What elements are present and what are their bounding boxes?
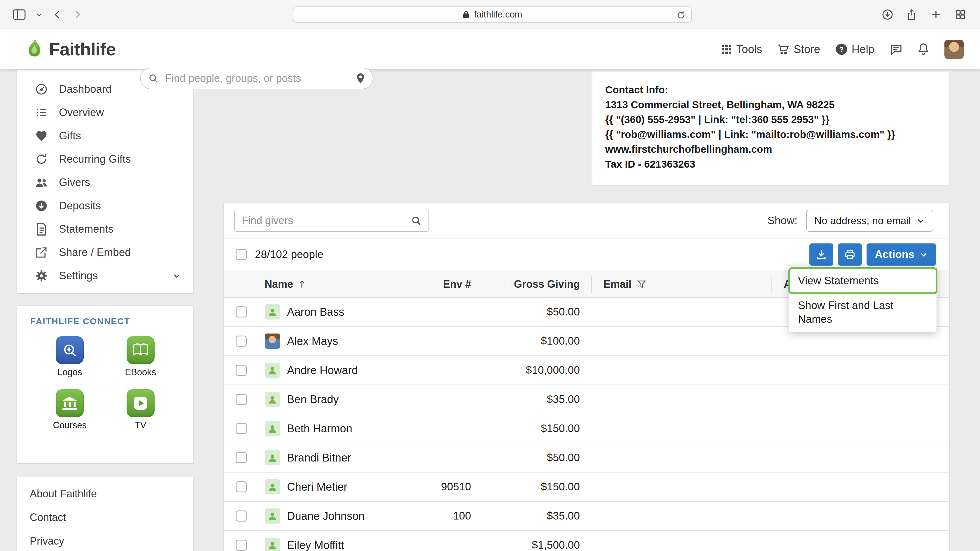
row-checkbox[interactable] (235, 423, 247, 434)
gross-giving: $1,500.00 (504, 531, 591, 551)
sidebar-item-settings[interactable]: Settings (17, 264, 193, 287)
app-ebooks[interactable]: EBooks (125, 336, 156, 378)
search-icon (411, 216, 422, 226)
address-cell (772, 356, 950, 384)
actions-label: Actions (875, 248, 915, 260)
tools-menu[interactable]: Tools (721, 43, 762, 56)
email-cell (591, 298, 772, 326)
gross-giving: $150.00 (504, 473, 591, 501)
find-givers-input[interactable] (242, 214, 411, 227)
email-cell (591, 385, 772, 414)
app-tv[interactable]: TV (127, 389, 154, 430)
giver-name[interactable]: Brandi Bitner (287, 452, 351, 464)
print-button[interactable] (838, 243, 862, 265)
table-row[interactable]: Eiley Moffitt $1,500.00 (224, 531, 950, 551)
row-checkbox[interactable] (235, 510, 247, 522)
sidebar-item-label: Dashboard (59, 83, 112, 95)
giver-avatar (265, 304, 280, 319)
giver-name[interactable]: Ben Brady (287, 393, 339, 406)
filter-icon[interactable] (637, 280, 646, 288)
menu-item-label: View Statements (798, 275, 879, 287)
row-checkbox[interactable] (235, 540, 247, 551)
actions-button[interactable]: Actions (867, 243, 936, 265)
giver-name[interactable]: Aaron Bass (287, 306, 344, 318)
row-checkbox[interactable] (235, 365, 247, 376)
column-email[interactable]: Email (591, 276, 772, 293)
gross-giving: $150.00 (504, 414, 591, 443)
address-bar[interactable]: faithlife.com (293, 6, 692, 23)
search-icon (148, 73, 159, 84)
address-cell (772, 531, 950, 551)
forward-icon[interactable] (72, 9, 82, 21)
share-icon[interactable] (907, 8, 917, 21)
table-row[interactable]: Cheri Metier 90510 $150.00 (224, 473, 950, 502)
sidebar-item-givers[interactable]: Givers (17, 171, 193, 194)
env-number (432, 414, 504, 443)
app-label: Courses (53, 420, 87, 430)
dashboard-gauge-icon (35, 83, 48, 95)
row-checkbox[interactable] (235, 452, 247, 463)
select-all-checkbox[interactable] (235, 249, 247, 260)
giver-avatar (265, 333, 280, 349)
column-gross-giving[interactable]: Gross Giving (504, 276, 591, 293)
row-checkbox[interactable] (235, 335, 247, 347)
gear-icon (35, 270, 48, 282)
sidebar-item-overview[interactable]: Overview (17, 101, 193, 124)
people-icon (35, 177, 48, 188)
app-courses[interactable]: Courses (53, 389, 87, 430)
sidebar-toggle-icon[interactable] (13, 10, 25, 20)
sidebar-item-deposits[interactable]: Deposits (17, 194, 193, 218)
giver-name[interactable]: Andre Howard (287, 364, 358, 377)
giver-name[interactable]: Beth Harmon (287, 422, 352, 435)
column-name[interactable]: Name (224, 276, 432, 293)
store-menu[interactable]: Store (777, 43, 820, 56)
table-row[interactable]: Andre Howard $10,000.00 (224, 356, 950, 385)
giver-name[interactable]: Cheri Metier (287, 481, 347, 493)
app-label: Logos (57, 367, 82, 378)
menu-item-view-statements[interactable]: View Statements (789, 268, 937, 294)
tools-grid-icon (721, 44, 732, 55)
messages-icon[interactable] (889, 43, 902, 56)
downloads-icon[interactable] (882, 9, 893, 21)
giver-name[interactable]: Eiley Moffitt (287, 539, 344, 551)
user-avatar[interactable] (944, 40, 964, 59)
chevron-down-icon (916, 216, 925, 225)
refresh-icon[interactable] (676, 10, 686, 21)
table-row[interactable]: Ben Brady $35.00 (224, 385, 950, 414)
sidebar-item-share-embed[interactable]: Share / Embed (17, 241, 193, 264)
row-checkbox[interactable] (235, 306, 247, 318)
faithlife-logo[interactable]: Faithlife (22, 37, 116, 61)
sidebar-item-recurring-gifts[interactable]: Recurring Gifts (17, 148, 193, 171)
svg-text:?: ? (839, 46, 843, 53)
download-button[interactable] (810, 243, 833, 265)
menu-item-show-first-last-names[interactable]: Show First and Last Names (789, 294, 937, 329)
tab-overview-icon[interactable] (955, 9, 966, 20)
table-row[interactable]: Duane Johnson 100 $35.00 (224, 502, 950, 531)
link-contact[interactable]: Contact (17, 505, 193, 529)
row-checkbox[interactable] (235, 394, 247, 405)
back-icon[interactable] (52, 9, 62, 21)
giver-avatar (265, 392, 280, 407)
sidebar-nav: Dashboard Overview Gifts Recurring Gifts… (17, 70, 193, 293)
sidebar-item-statements[interactable]: Statements (17, 218, 193, 241)
global-search[interactable] (140, 68, 373, 89)
show-filter-dropdown[interactable]: No address, no email (806, 210, 933, 232)
column-env[interactable]: Env # (432, 276, 504, 293)
browser-chrome: faithlife.com (0, 0, 980, 29)
location-pin-icon[interactable] (356, 73, 365, 84)
sidebar-item-gifts[interactable]: Gifts (17, 124, 193, 148)
link-privacy[interactable]: Privacy (17, 529, 193, 551)
giver-name[interactable]: Duane Johnson (287, 510, 364, 522)
link-about-faithlife[interactable]: About Faithlife (17, 482, 193, 505)
table-row[interactable]: Brandi Bitner $50.00 (224, 443, 950, 473)
chevron-down-icon[interactable] (36, 11, 43, 18)
find-givers-search[interactable] (234, 210, 429, 232)
help-menu[interactable]: ? Help (835, 43, 874, 56)
global-search-input[interactable] (165, 72, 349, 84)
notifications-bell-icon[interactable] (918, 43, 929, 56)
giver-name[interactable]: Alex Mays (287, 335, 338, 348)
new-tab-icon[interactable] (931, 9, 942, 20)
table-row[interactable]: Beth Harmon $150.00 (224, 414, 950, 443)
app-logos[interactable]: Logos (56, 336, 84, 378)
row-checkbox[interactable] (235, 481, 247, 492)
